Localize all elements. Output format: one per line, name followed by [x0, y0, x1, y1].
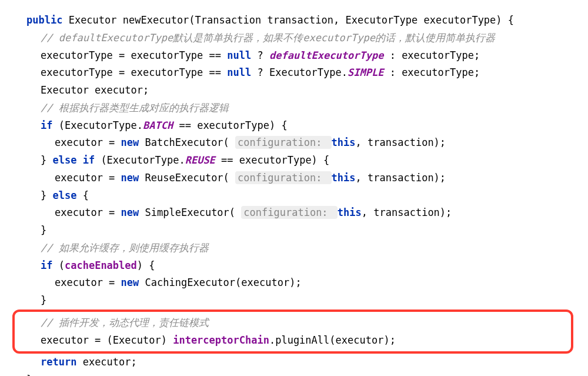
keyword-new: new [121, 137, 139, 148]
code-text: executor = [55, 137, 121, 148]
code-text: executor = (Executor) [41, 334, 173, 346]
keyword-this: this [332, 137, 356, 148]
code-text: { [76, 189, 88, 201]
code-line: } else { [15, 187, 573, 205]
comment-line: // 如果允许缓存，则使用缓存执行器 [15, 239, 573, 257]
code-text: .pluginAll(executor); [269, 334, 396, 346]
code-line: } [15, 292, 573, 310]
code-text: , transaction); [356, 172, 446, 184]
highlight-box: // 插件开发，动态代理，责任链模式 executor = (Executor)… [12, 310, 573, 354]
field-cacheEnabled: cacheEnabled [65, 259, 137, 271]
comment-line: // 根据执行器类型生成对应的执行器逻辑 [15, 99, 573, 117]
code-text: executor = [55, 172, 121, 184]
code-text: executorType = executorType == [41, 66, 227, 78]
keyword-new: new [121, 277, 139, 288]
keyword-if: if [41, 259, 52, 271]
code-line: if (cacheEnabled) { [15, 257, 573, 275]
comment-line: // 插件开发，动态代理，责任链模式 [41, 317, 209, 328]
code-text: executor = [55, 207, 121, 218]
field-interceptorChain: interceptorChain [173, 334, 269, 346]
code-line: public Executor newExecutor(Transaction … [15, 12, 573, 29]
keyword-this: this [332, 172, 356, 184]
code-text: BatchExecutor( [139, 137, 235, 148]
code-line: if (ExecutorType.BATCH == executorType) … [15, 117, 573, 135]
keyword-new: new [121, 172, 139, 184]
code-text: (ExecutorType. [52, 119, 143, 131]
enum-batch: BATCH [143, 119, 173, 131]
param-hint: configuration: [241, 206, 338, 219]
code-line: executorType = executorType == null ? de… [15, 47, 573, 65]
keyword-null: null [227, 49, 251, 61]
code-text: Executor newExecutor(Transaction transac… [62, 14, 514, 26]
code-line: executorType = executorType == null ? Ex… [15, 64, 573, 82]
param-hint: configuration: [235, 171, 332, 184]
code-text: executorType = executorType == [41, 49, 227, 61]
code-text: : executorType; [383, 49, 480, 61]
keyword-else: else [52, 189, 76, 201]
code-text: } [41, 154, 52, 166]
code-line: return executor; [15, 354, 573, 371]
code-text: (ExecutorType. [95, 154, 185, 166]
code-text: : executorType; [383, 66, 480, 78]
code-text: == executorType) { [215, 154, 329, 166]
code-text: executor; [76, 356, 136, 368]
code-text: CachingExecutor(executor); [139, 277, 301, 288]
code-text: ( [52, 259, 64, 271]
keyword-if: if [41, 119, 52, 131]
enum-reuse: REUSE [185, 154, 215, 166]
code-text: SimpleExecutor( [139, 207, 241, 218]
code-text: == executorType) { [173, 119, 287, 131]
code-text: ? ExecutorType. [251, 66, 348, 78]
field-defaultExecutorType: defaultExecutorType [269, 49, 383, 61]
keyword-new: new [121, 207, 139, 218]
code-line: executor = new CachingExecutor(executor)… [15, 274, 573, 292]
code-line: executor = new BatchExecutor( configurat… [15, 134, 573, 152]
code-text: , transaction); [362, 207, 452, 218]
code-block: public Executor newExecutor(Transaction … [15, 12, 573, 376]
keyword-public: public [26, 14, 62, 26]
enum-simple: SIMPLE [348, 66, 383, 78]
param-hint: configuration: [235, 136, 332, 149]
keyword-null: null [227, 66, 251, 78]
keyword-elseif: else if [52, 154, 95, 166]
code-text: ) { [137, 259, 155, 271]
code-line: Executor executor; [15, 82, 573, 99]
keyword-this: this [338, 207, 362, 218]
code-text: executor = [55, 277, 121, 288]
code-line: executor = new SimpleExecutor( configura… [15, 204, 573, 222]
code-text: ReuseExecutor( [139, 172, 235, 184]
code-line: } [15, 222, 573, 239]
code-line: } else if (ExecutorType.REUSE == executo… [15, 152, 573, 169]
code-text: } [41, 189, 52, 201]
code-line: executor = new ReuseExecutor( configurat… [15, 169, 573, 187]
code-text: ? [251, 49, 269, 61]
code-line: } [15, 371, 573, 376]
keyword-return: return [41, 356, 76, 368]
comment-line: // defaultExecutorType默认是简单执行器，如果不传execu… [15, 29, 573, 47]
code-text: , transaction); [356, 137, 446, 148]
code-line: executor = (Executor) interceptorChain.p… [41, 334, 396, 346]
